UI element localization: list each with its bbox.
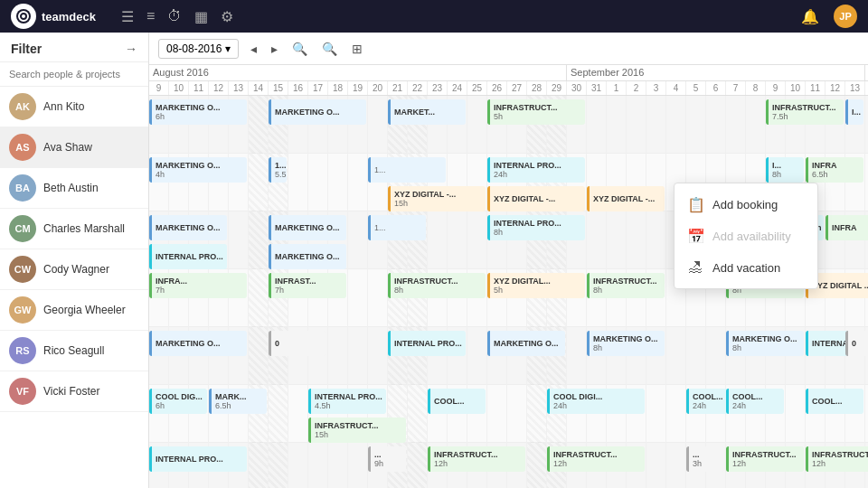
booking-block[interactable]: INFRASTRUCT...5h xyxy=(487,99,585,125)
list-icon[interactable]: ≡ xyxy=(146,8,155,25)
booking-block[interactable]: COOL DIGI...24h xyxy=(547,389,645,414)
day-label-6: 6 xyxy=(706,81,726,95)
user-avatar-btn[interactable]: JP xyxy=(834,5,857,28)
booking-block[interactable]: COOL... xyxy=(806,389,863,414)
select-icon[interactable]: ⊞ xyxy=(349,39,365,59)
month-labels: August 2016 September 2016 xyxy=(149,65,868,81)
sidebar-item-charles[interactable]: CM Charles Marshall xyxy=(0,209,148,249)
day-label-25: 25 xyxy=(467,81,487,95)
booking-block[interactable]: 1...5.5 xyxy=(269,157,287,183)
grid-cell xyxy=(308,154,328,211)
grid-cell xyxy=(408,443,428,488)
booking-block[interactable]: ...3h xyxy=(686,446,724,472)
day-label-7: 7 xyxy=(726,81,746,95)
prev-btn[interactable]: ◂ xyxy=(248,39,259,59)
sidebar-item-beth[interactable]: BA Beth Austin xyxy=(0,168,148,209)
booking-block[interactable]: COOL...24h xyxy=(726,389,784,414)
booking-block[interactable]: INFRASTRUCT...7.5h xyxy=(766,99,844,125)
booking-block[interactable]: INFRASTRUCT...12h xyxy=(428,446,525,472)
booking-block[interactable]: INFRA...7h xyxy=(149,273,247,298)
booking-block[interactable]: MARKETING O...6h xyxy=(149,99,247,125)
zoom-icon[interactable]: 🔍 xyxy=(319,39,340,59)
booking-block[interactable]: MARK...6.5h xyxy=(209,389,267,414)
grid-cell xyxy=(348,269,368,327)
booking-block[interactable]: INFRASTRUCT...8h xyxy=(587,273,665,298)
sidebar-item-vicki[interactable]: VF Vicki Foster xyxy=(0,371,148,412)
booking-block[interactable]: 1... xyxy=(368,157,446,183)
day-label-16: 16 xyxy=(288,81,308,95)
day-labels: 9101112131415161718192021222324252627282… xyxy=(149,81,868,96)
booking-block[interactable]: INFRAST...7h xyxy=(269,273,346,298)
bell-icon[interactable]: 🔔 xyxy=(801,8,819,25)
booking-block[interactable]: INFRA6.5h xyxy=(806,157,863,183)
booking-block[interactable]: MARKETING O... xyxy=(149,215,227,240)
booking-block[interactable]: COOL... xyxy=(428,389,486,414)
booking-block[interactable]: XYZ DIGITAL -... xyxy=(487,186,585,211)
booking-block[interactable]: 0 xyxy=(845,331,868,356)
booking-block[interactable]: INTERNAL PRO... xyxy=(149,244,227,269)
booking-block[interactable]: MARKETING O...8h xyxy=(726,331,804,356)
booking-block[interactable]: XYZ DIGITAL...5h xyxy=(487,273,585,298)
booking-block[interactable]: COOL DIG...6h xyxy=(149,389,207,414)
grid-cell xyxy=(368,327,388,385)
grid-cell xyxy=(746,96,766,154)
booking-block[interactable]: INTERNAL PRO... xyxy=(388,331,466,356)
grid-cell xyxy=(348,154,368,211)
grid-cell xyxy=(328,327,348,385)
booking-block[interactable]: INFRASTRUCT...12h xyxy=(806,446,868,472)
booking-block[interactable]: INFRA xyxy=(826,215,868,240)
timeline-icon[interactable]: ☰ xyxy=(121,8,134,25)
booking-block[interactable]: ...9h xyxy=(368,446,406,472)
calendar-toolbar: 08-08-2016 ▾ ◂ ▸ 🔍 🔍 ⊞ xyxy=(149,33,868,65)
booking-block[interactable]: MARKETING O... xyxy=(269,215,346,240)
booking-block[interactable]: MARKETING O... xyxy=(149,331,247,356)
booking-block[interactable]: INTERNAL PRO... xyxy=(149,446,247,472)
grid-cell xyxy=(249,269,269,327)
grid-body: MARKETING O...6hMARKETING O...MARKET...I… xyxy=(149,96,868,488)
settings-icon[interactable]: ⚙ xyxy=(221,8,233,25)
booking-block[interactable]: MARKET... xyxy=(388,99,466,125)
booking-block[interactable]: MARKETING O...8h xyxy=(587,331,665,356)
date-picker-btn[interactable]: 08-08-2016 ▾ xyxy=(158,39,239,59)
sidebar-item-georgia[interactable]: GW Georgia Wheeler xyxy=(0,290,148,331)
ctx-label-add-vacation: Add vacation xyxy=(712,261,780,275)
booking-block[interactable]: XYZ DIGITAL -...15h xyxy=(388,186,486,211)
clock-icon[interactable]: ⏱ xyxy=(167,8,182,25)
booking-block[interactable]: INFRASTRUCT...8h xyxy=(388,273,486,298)
booking-block[interactable]: INTERNAL PRO...8h xyxy=(487,215,585,240)
booking-block[interactable]: INTERNAL PRO...24h xyxy=(487,157,585,183)
grid-cell xyxy=(368,269,388,327)
booking-block[interactable]: MARKETING O...4h xyxy=(149,157,247,183)
grid-cell xyxy=(448,211,467,269)
booking-block[interactable]: 1... xyxy=(368,215,426,240)
booking-block[interactable]: I...8h xyxy=(766,157,804,183)
day-label-14: 14 xyxy=(249,81,269,95)
sidebar-item-ava[interactable]: AS Ava Shaw xyxy=(0,127,148,168)
sidebar-item-cody[interactable]: CW Cody Wagner xyxy=(0,249,148,290)
booking-block[interactable]: 0 xyxy=(269,331,326,356)
grid-cell xyxy=(308,443,328,488)
ctx-item-add-booking[interactable]: 📋 Add booking xyxy=(675,189,817,221)
booking-block[interactable]: XYZ DIGITAL -... xyxy=(587,186,665,211)
search-input[interactable] xyxy=(9,69,139,80)
sidebar-item-ann[interactable]: AK Ann Kito xyxy=(0,87,148,127)
ctx-icon-add-availability: 📅 xyxy=(687,228,703,245)
booking-block[interactable]: INFRASTRUCT...12h xyxy=(726,446,804,472)
search-box xyxy=(0,62,148,87)
filter-arrow-icon[interactable]: → xyxy=(125,42,137,56)
booking-block[interactable]: INFRASTRUCT...15h xyxy=(308,418,406,443)
booking-block[interactable]: INTERNAL PRO...4.5h xyxy=(308,389,386,414)
booking-block[interactable]: I... xyxy=(845,99,863,125)
search-icon[interactable]: 🔍 xyxy=(289,39,310,59)
chart-icon[interactable]: ▦ xyxy=(194,8,208,25)
next-btn[interactable]: ▸ xyxy=(269,39,280,59)
booking-block[interactable]: MARKETING O... xyxy=(487,331,565,356)
ctx-item-add-vacation[interactable]: 🏖 Add vacation xyxy=(675,252,817,283)
grid-cell xyxy=(467,211,487,269)
day-label-19: 19 xyxy=(348,81,368,95)
sidebar-item-rico[interactable]: RS Rico Seagull xyxy=(0,331,148,371)
booking-block[interactable]: INFRASTRUCT...12h xyxy=(547,446,645,472)
booking-block[interactable]: MARKETING O... xyxy=(269,99,366,125)
booking-block[interactable]: MARKETING O... xyxy=(269,244,346,269)
day-label-12: 12 xyxy=(209,81,229,95)
